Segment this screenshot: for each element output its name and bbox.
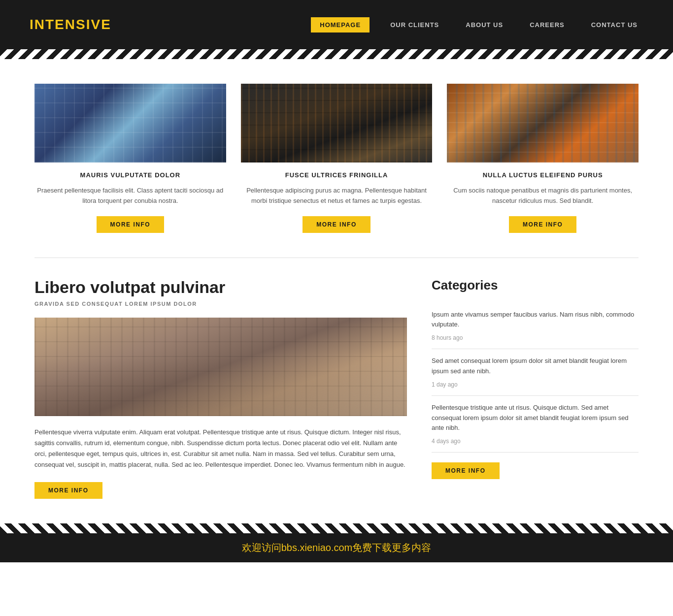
card-3: NULLA LUCTUS ELEIFEND PURUS Cum sociis n… bbox=[447, 84, 639, 233]
card-3-more-button[interactable]: MORE INFO bbox=[509, 216, 577, 233]
nav-item-contact-us[interactable]: CONTACT US bbox=[585, 18, 643, 32]
card-3-image bbox=[447, 84, 639, 162]
article-body: Pellentesque viverra vulputate enim. Ali… bbox=[34, 427, 407, 470]
card-1: MAURIS VULPUTATE DOLOR Praesent pellente… bbox=[34, 84, 226, 233]
article-more-button[interactable]: MORE INFO bbox=[34, 482, 102, 499]
card-1-text: Praesent pellentesque facilisis elit. Cl… bbox=[34, 186, 226, 206]
card-1-more-button[interactable]: MORE INFO bbox=[97, 216, 165, 233]
card-3-title: NULLA LUCTUS ELEIFEND PURUS bbox=[483, 171, 603, 179]
logo-part1: INTEN bbox=[30, 17, 76, 32]
sidebar-title: Categories bbox=[432, 278, 639, 293]
card-2-title: FUSCE ULTRICES FRINGILLA bbox=[285, 171, 388, 179]
sidebar-item-3-text: Pellentesque tristique ante ut risus. Qu… bbox=[432, 403, 639, 433]
footer-text: 欢迎访问bbs.xieniao.com免费下载更多内容 bbox=[30, 541, 643, 554]
card-3-text: Cum sociis natoque penatibus et magnis d… bbox=[447, 186, 639, 206]
bottom-section: Libero volutpat pulvinar GRAVIDA SED CON… bbox=[34, 278, 639, 499]
header: INTENSIVE HOMEPAGE OUR CLIENTS ABOUT US … bbox=[0, 0, 673, 49]
footer: 欢迎访问bbs.xieniao.com免费下载更多内容 bbox=[0, 533, 673, 562]
sidebar-item-1-time: 8 hours ago bbox=[432, 334, 463, 341]
section-divider bbox=[34, 258, 639, 258]
sidebar-item-1: Ipsum ante vivamus semper faucibus variu… bbox=[432, 303, 639, 350]
logo-part2: SIVE bbox=[76, 17, 111, 32]
sidebar-btn-wrap: MORE INFO bbox=[432, 462, 639, 479]
nav-item-careers[interactable]: CAREERS bbox=[524, 18, 571, 32]
sidebar-item-2-time: 1 day ago bbox=[432, 381, 458, 388]
sidebar-item-3: Pellentesque tristique ante ut risus. Qu… bbox=[432, 396, 639, 453]
sidebar-item-3-time: 4 days ago bbox=[432, 438, 461, 445]
logo: INTENSIVE bbox=[30, 17, 111, 32]
card-2-text: Pellentesque adipiscing purus ac magna. … bbox=[241, 186, 433, 206]
nav-item-about-us[interactable]: ABOUT US bbox=[460, 18, 509, 32]
nav: HOMEPAGE OUR CLIENTS ABOUT US CAREERS CO… bbox=[311, 17, 643, 32]
sidebar: Categories Ipsum ante vivamus semper fau… bbox=[432, 278, 639, 499]
sidebar-item-2-text: Sed amet consequat lorem ipsum dolor sit… bbox=[432, 356, 639, 377]
article-subtitle: GRAVIDA SED CONSEQUAT LOREM IPSUM DOLOR bbox=[34, 301, 407, 307]
nav-item-homepage[interactable]: HOMEPAGE bbox=[311, 17, 370, 32]
card-2: FUSCE ULTRICES FRINGILLA Pellentesque ad… bbox=[241, 84, 433, 233]
article-title: Libero volutpat pulvinar bbox=[34, 278, 407, 297]
article-image bbox=[34, 318, 407, 416]
card-1-image bbox=[34, 84, 226, 162]
main-content: MAURIS VULPUTATE DOLOR Praesent pellente… bbox=[0, 59, 673, 523]
sidebar-item-1-text: Ipsum ante vivamus semper faucibus variu… bbox=[432, 310, 639, 330]
zigzag-divider-bottom bbox=[0, 523, 673, 533]
main-article: Libero volutpat pulvinar GRAVIDA SED CON… bbox=[34, 278, 407, 499]
card-2-image bbox=[241, 84, 433, 162]
card-1-title: MAURIS VULPUTATE DOLOR bbox=[80, 171, 181, 179]
sidebar-item-2: Sed amet consequat lorem ipsum dolor sit… bbox=[432, 349, 639, 396]
cards-row: MAURIS VULPUTATE DOLOR Praesent pellente… bbox=[34, 84, 639, 233]
sidebar-more-button[interactable]: MORE INFO bbox=[432, 462, 500, 479]
zigzag-divider-top bbox=[0, 49, 673, 59]
nav-item-our-clients[interactable]: OUR CLIENTS bbox=[384, 18, 445, 32]
card-2-more-button[interactable]: MORE INFO bbox=[303, 216, 370, 233]
